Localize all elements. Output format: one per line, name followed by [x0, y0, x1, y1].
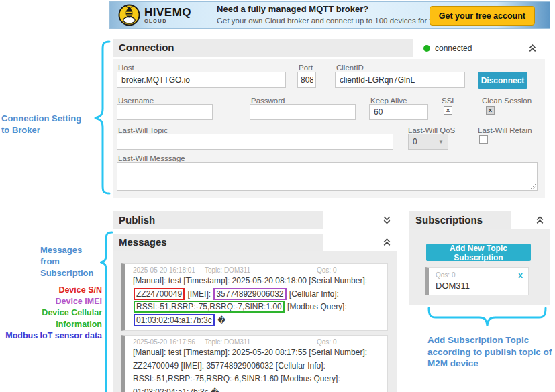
message-text-line: RSSI:-51,RSRP:-75,RSRQ:-6,SINR:1.60 [Mod…: [133, 373, 383, 386]
banner-headline: Need a fully managed MQTT broker?: [217, 4, 444, 15]
ssl-checkbox[interactable]: x: [444, 106, 452, 115]
host-input[interactable]: [117, 72, 286, 88]
brace-subscription: [427, 307, 547, 330]
collapse-connection-icon[interactable]: [527, 42, 538, 54]
legend-item: Device IMEI: [0, 296, 102, 307]
publish-section-header: Publish: [113, 211, 397, 229]
clientid-input[interactable]: [335, 72, 465, 88]
connection-status: connected: [413, 39, 545, 57]
subscriptions-title: Subscriptions: [409, 211, 483, 229]
message-topic: Topic: DOM311: [205, 266, 317, 275]
lastwill-retain-label: Last-Will Retain: [478, 126, 532, 134]
message-card: 2025-05-20 16:17:56Topic: DOM311Qos: 0[M…: [121, 335, 388, 392]
message-text-line: 01:03:02:04:a1:7b:3c �: [133, 386, 383, 392]
expand-publish-icon[interactable]: [381, 214, 393, 226]
subscription-topic: DOM311: [436, 281, 523, 291]
lastwill-message-textarea[interactable]: [117, 162, 538, 191]
mqtt-websocket-client-screenshot: HIVEMQ CLOUD Need a fully managed MQTT b…: [0, 0, 555, 392]
remove-subscription-icon[interactable]: x: [518, 271, 523, 280]
port-label: Port: [299, 64, 313, 72]
annotation-messages-from-subscription: MessagesfromSubscription: [40, 244, 107, 279]
legend-item: Device Cellular Information: [0, 307, 102, 330]
brand-name: HIVEMQ: [144, 7, 191, 18]
get-free-account-button[interactable]: Get your free account: [430, 6, 535, 26]
connection-section: Connection connected Host Port ClientID …: [113, 39, 545, 198]
lastwill-qos-select[interactable]: 0 ▼: [408, 134, 448, 150]
legend-item: Device S/N: [0, 285, 102, 296]
messages-section-header: Messages: [113, 234, 397, 251]
add-new-topic-subscription-button[interactable]: Add New Topic Subscription: [426, 244, 531, 261]
bee-cloud-icon: [118, 4, 140, 26]
message-text-line: [Manual]: test [Timestamp]: 2025-05-20 0…: [133, 275, 383, 288]
clientid-label: ClientID: [336, 64, 364, 72]
highlight-sn: ZZ24700049: [134, 288, 185, 300]
message-card: 2025-05-20 16:18:01Topic: DOM311Qos: 0[M…: [121, 263, 388, 331]
highlight-imei: 357748929006032: [213, 288, 286, 300]
subscriptions-section-header: Subscriptions: [409, 211, 550, 229]
connected-dot: [423, 45, 430, 52]
keepalive-input[interactable]: [369, 104, 428, 120]
lastwill-message-label: Last-Will Messsage: [118, 154, 185, 162]
message-time: 2025-05-20 16:17:56: [133, 338, 205, 346]
message-qos: Qos: 0: [317, 266, 383, 275]
brand-sub: CLOUD: [144, 19, 191, 24]
collapse-messages-icon[interactable]: [381, 236, 393, 248]
annotation-legend: Device S/NDevice IMEIDevice Cellular Inf…: [0, 285, 102, 342]
lastwill-qos-value: 0: [413, 137, 417, 146]
host-label: Host: [118, 64, 134, 72]
disconnect-button[interactable]: Disconnect: [478, 72, 527, 89]
message-text-line: ZZ24700049 [IMEI]: 357748929006032 [Cell…: [133, 288, 383, 301]
clean-session-label: Clean Session: [482, 97, 532, 105]
message-text-line: ZZ24700049 [IMEI]: 357748929006032 [Cell…: [133, 360, 383, 373]
message-text-line: [Manual]: test [Timestamp]: 2025-05-20 0…: [133, 346, 383, 360]
annotation-connection-setting: Connection Settingto Broker: [1, 113, 95, 136]
messages-title: Messages: [113, 234, 167, 251]
publish-title: Publish: [113, 211, 155, 229]
brace-messages: [100, 231, 113, 392]
annotation-add-subscription-topic: Add Subscription Topicaccording to publi…: [427, 334, 555, 370]
message-topic: Topic: DOM311: [205, 338, 317, 346]
collapse-subscriptions-icon[interactable]: [534, 214, 546, 226]
message-qos: Qos: 0: [317, 338, 383, 346]
message-text-line: RSSI:-51,RSRP:-75,RSRQ:-7,SINR:1.00 [Mod…: [133, 301, 383, 314]
hivemq-logo: HIVEMQ CLOUD: [118, 4, 191, 26]
ssl-label: SSL: [442, 97, 456, 105]
clean-session-checkbox[interactable]: x: [486, 106, 495, 115]
hivemq-banner: HIVEMQ CLOUD Need a fully managed MQTT b…: [109, 1, 550, 29]
subscription-card: Qos: 0xDOM311: [425, 267, 529, 295]
password-input[interactable]: [250, 104, 356, 120]
subscriptions-panel: Add New Topic Subscription Qos: 0xDOM311: [409, 229, 550, 305]
message-time: 2025-05-20 16:18:01: [133, 266, 205, 275]
brace-connection: [93, 40, 111, 195]
highlight-cellular: RSSI:-51,RSRP:-75,RSRQ:-7,SINR:1.00: [134, 301, 285, 313]
subscription-qos: Qos: 0: [436, 271, 523, 279]
status-label: connected: [435, 44, 472, 53]
highlight-modbus: 01:03:02:04:a1:7b:3c: [134, 314, 215, 326]
legend-item: Modbus IoT sensor data: [0, 330, 102, 342]
lastwill-topic-input[interactable]: [117, 134, 393, 150]
port-input[interactable]: [297, 72, 316, 88]
username-input[interactable]: [117, 104, 213, 120]
messages-list: 2025-05-20 16:18:01Topic: DOM311Qos: 0[M…: [113, 251, 397, 392]
chevron-down-icon: ▼: [438, 139, 444, 145]
lastwill-retain-checkbox[interactable]: [479, 135, 488, 144]
banner-subline: Get your own Cloud broker and connect up…: [217, 16, 444, 26]
message-text-line: 01:03:02:04:a1:7b:3c �: [133, 314, 383, 328]
